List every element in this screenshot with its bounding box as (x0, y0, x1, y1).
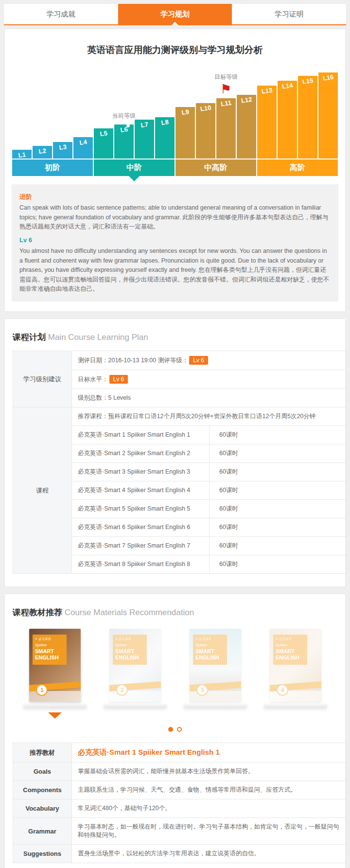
level-bar-label: L14 (277, 79, 298, 90)
table-row: 推荐教材必克英语·Smart 1 Spiiker Smart English 1 (13, 743, 347, 762)
level-bar-label: L11 (216, 97, 236, 108)
book-title-label: SMART ENGLISH (35, 648, 64, 661)
current-level-label: 当前等级 (112, 112, 136, 120)
detail-label-cell: Suggestions (13, 845, 72, 863)
course-hours-cell: 60课时 (210, 444, 347, 463)
advice-cell: 目标水平：Lv 6 (72, 370, 347, 389)
detail-label-cell: 推荐教材 (13, 743, 72, 762)
level-bar-l3: L3 (53, 142, 72, 159)
materials-card: 课程教材推荐 Course Materials Recommendation ✦… (5, 594, 345, 868)
level-bar-l2: L2 (33, 146, 52, 159)
book-cover-2[interactable]: ✦ 必克英语SpiikerSMART ENGLISH2 (109, 629, 161, 702)
course-hours-cell: 60课时 (210, 555, 347, 574)
book-brand-logo: ✦ 必克英语 (115, 637, 144, 641)
level-bar-l15: L15 (298, 76, 317, 159)
book-brand-logo: ✦ 必克英语 (276, 637, 305, 641)
current-level-marker: 当前等级 (112, 112, 136, 122)
selected-book-pointer-row (15, 712, 335, 721)
level-bar-label: L3 (52, 141, 73, 152)
level-bar-label: L16 (318, 71, 338, 82)
detail-value-cell: 主题联系生活，学习问候、天气、交通、食物、情感等常用语和提问、应答方式。 (72, 781, 347, 799)
book-slot-2: ✦ 必克英语SpiikerSMART ENGLISH2 (95, 629, 175, 708)
book-title-panel: ✦ 必克英语SpiikerSMART ENGLISH (273, 635, 307, 664)
course-name-cell: 必克英语·Smart 2 Spiiker Smart English 2 (72, 444, 210, 463)
level-bar-l12: L12 (237, 95, 256, 159)
table-row: 学习级别建议测评日期：2016-10-13 19:00 测评等级：Lv 6 (13, 351, 347, 370)
book-title-panel: ✦ 必克英语SpiikerSMART ENGLISH (193, 635, 227, 664)
book-series-label: Spiiker (115, 643, 144, 647)
tab-bar: 学习成就学习规划学习证明 (4, 4, 346, 25)
level-bar-l11: L11 (216, 98, 236, 159)
level-bar-l13: L13 (257, 86, 277, 159)
course-hours-cell: 60课时 (210, 518, 347, 537)
detail-label-cell: Grammar (13, 818, 72, 845)
book-cover-4[interactable]: ✦ 必克英语SpiikerSMART ENGLISH4 (270, 629, 321, 702)
level-bar-l1: L1 (12, 150, 32, 159)
stage-heading: 进阶 (19, 192, 331, 202)
selected-book-pointer-icon (48, 712, 62, 719)
book-cover-1[interactable]: ✦ 必克英语SpiikerSMART ENGLISH1 (29, 629, 81, 702)
book-cover-3[interactable]: ✦ 必克英语SpiikerSMART ENGLISH3 (190, 629, 241, 702)
book-shelf (264, 703, 327, 708)
course-name-cell: 必克英语·Smart 6 Spiiker Smart English 6 (72, 518, 210, 537)
level-bar-l9: L9 (175, 107, 195, 159)
stage-pointer-icon (129, 176, 140, 181)
course-name-cell: 必克英语·Smart 3 Spiiker Smart English 3 (72, 463, 210, 481)
pager-dot-1[interactable] (168, 727, 173, 732)
stage-l5-l8: 中阶 (94, 159, 175, 176)
assessment-card: 英语语言应用能力测评级别与学习规划分析 L1L2L3L4L5L6L7L8L9L1… (5, 29, 345, 311)
target-level-marker: 目标等级⚑ (214, 73, 238, 95)
page-title: 英语语言应用能力测评级别与学习规划分析 (5, 29, 345, 66)
level-bar-label: L7 (134, 118, 155, 129)
advice-text: 目标水平： (78, 376, 108, 383)
advice-text: 级别总数：5 Levels (78, 394, 131, 401)
book-slot-3: ✦ 必克英语SpiikerSMART ENGLISH3 (175, 629, 255, 708)
level-bar-label: L6 (114, 123, 134, 134)
course-name-cell: 必克英语·Smart 7 Spiiker Smart English 7 (72, 537, 210, 555)
book-series-label: Spiiker (276, 643, 305, 647)
advice-text: 测评日期：2016-10-13 19:00 测评等级： (78, 357, 188, 364)
level-badge: Lv 6 (109, 375, 128, 384)
level-bar-label: L12 (236, 93, 257, 105)
level-bar-l8: L8 (155, 117, 175, 159)
recommend-course-cell: 推荐课程：预科课程日常口语12个月周5次20分钟+资深外教日常口语12个月周5次… (72, 407, 347, 426)
tab-plan[interactable]: 学习规划 (118, 4, 232, 24)
level-bar-label: L2 (32, 144, 52, 156)
advice-cell: 测评日期：2016-10-13 19:00 测评等级：Lv 6 (72, 351, 347, 370)
level-bar-l7: L7 (135, 120, 154, 159)
book-title-label: SMART ENGLISH (276, 648, 305, 661)
level-text: You almost have no difficulty understand… (19, 247, 331, 294)
level-stairs-chart: L1L2L3L4L5L6L7L8L9L10L11L12L13L14L15L16当… (5, 66, 345, 182)
detail-value-cell: 常见词汇480个，基础句子120个。 (72, 799, 347, 818)
level-bar-label: L15 (298, 74, 318, 86)
course-header-cell: 课程 (13, 407, 72, 574)
detail-value-cell: 掌握基础会话所需的词汇，能听懂并就基本生活场景作简单回答。 (72, 762, 347, 781)
book-shelf (23, 703, 87, 708)
course-plan-heading-cn: 课程计划 (13, 333, 46, 342)
level-bar-label: L4 (73, 136, 93, 147)
detail-value-cell: 置身生活场景中，以轻松的方法学习常用表达，建立说英语的自信。 (72, 845, 347, 863)
materials-heading-cn: 课程教材推荐 (13, 608, 62, 617)
material-detail-table: 推荐教材必克英语·Smart 1 Spiiker Smart English 1… (13, 743, 347, 863)
stage-text: Can speak with lots of basic sentence pa… (19, 203, 331, 231)
book-brand-logo: ✦ 必克英语 (195, 637, 225, 641)
level-bar-l16: L16 (318, 72, 338, 159)
tab-achievements[interactable]: 学习成就 (4, 4, 118, 24)
book-title-label: SMART ENGLISH (195, 648, 225, 661)
book-brand-logo: ✦ 必克英语 (35, 637, 64, 641)
course-name-cell: 必克英语·Smart 8 Spiiker Smart English 8 (72, 555, 210, 574)
stage-l13-l16: 高阶 (257, 159, 338, 176)
materials-heading-en: Course Materials Recommendation (65, 608, 194, 617)
course-name-cell: 必克英语·Smart 5 Spiiker Smart English 5 (72, 500, 210, 518)
book-slot-1: ✦ 必克英语SpiikerSMART ENGLISH1 (15, 629, 95, 708)
level-bar-l5: L5 (94, 128, 113, 159)
detail-value-cell: 必克英语·Smart 1 Spiiker Smart English 1 (72, 743, 347, 762)
level-heading: Lv 6 (19, 235, 331, 245)
table-row: Suggestions置身生活场景中，以轻松的方法学习常用表达，建立说英语的自信… (13, 845, 347, 863)
pager-dot-2[interactable] (177, 727, 182, 732)
table-row: 课程推荐课程：预科课程日常口语12个月周5次20分钟+资深外教日常口语12个月周… (13, 407, 347, 426)
tab-certificate[interactable]: 学习证明 (232, 4, 346, 24)
course-hours-cell: 60课时 (210, 463, 347, 481)
target-level-flag-icon: ⚑ (214, 83, 238, 95)
book-shelf (184, 703, 247, 708)
